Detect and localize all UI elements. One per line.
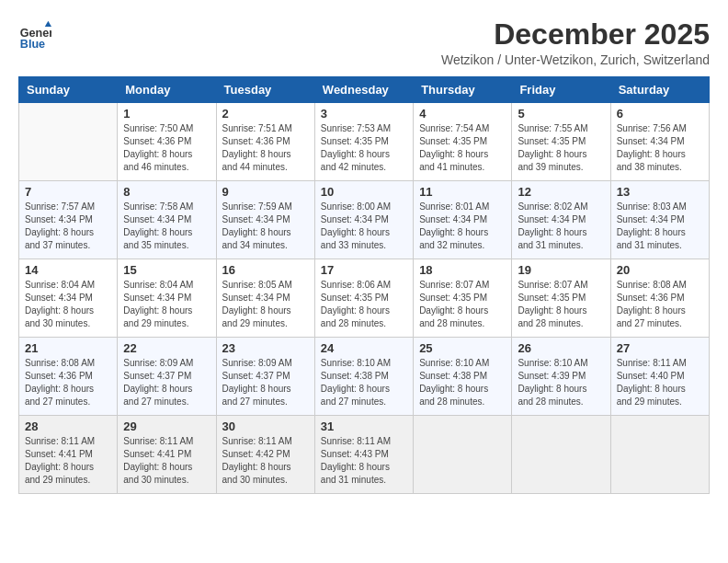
calendar-cell: 2Sunrise: 7:51 AM Sunset: 4:36 PM Daylig… <box>216 103 314 181</box>
day-number: 11 <box>419 185 506 199</box>
day-number: 19 <box>518 263 604 277</box>
cell-content: Sunrise: 7:51 AM Sunset: 4:36 PM Dayligh… <box>222 122 309 174</box>
cell-content: Sunrise: 8:10 AM Sunset: 4:39 PM Dayligh… <box>518 357 604 408</box>
cell-content: Sunrise: 8:09 AM Sunset: 4:37 PM Dayligh… <box>123 357 210 408</box>
cell-content: Sunrise: 8:05 AM Sunset: 4:34 PM Dayligh… <box>222 279 309 330</box>
day-number: 2 <box>222 107 309 121</box>
day-number: 30 <box>222 419 309 433</box>
cell-content: Sunrise: 8:10 AM Sunset: 4:38 PM Dayligh… <box>419 357 506 408</box>
calendar-cell: 11Sunrise: 8:01 AM Sunset: 4:34 PM Dayli… <box>414 181 512 259</box>
day-number: 16 <box>222 263 309 277</box>
title-block: December 2025 Wetzikon / Unter-Wetzikon,… <box>441 18 710 67</box>
day-number: 27 <box>617 341 703 355</box>
calendar-cell: 6Sunrise: 7:56 AM Sunset: 4:34 PM Daylig… <box>610 103 709 181</box>
cell-content: Sunrise: 8:08 AM Sunset: 4:36 PM Dayligh… <box>617 279 703 330</box>
day-number: 28 <box>25 419 111 433</box>
calendar-cell: 8Sunrise: 7:58 AM Sunset: 4:34 PM Daylig… <box>118 181 216 259</box>
calendar-cell: 14Sunrise: 8:04 AM Sunset: 4:34 PM Dayli… <box>19 259 118 338</box>
calendar-cell: 20Sunrise: 8:08 AM Sunset: 4:36 PM Dayli… <box>610 259 709 338</box>
calendar-cell: 29Sunrise: 8:11 AM Sunset: 4:41 PM Dayli… <box>118 416 216 494</box>
weekday-header-sunday: Sunday <box>19 77 118 103</box>
cell-content: Sunrise: 8:08 AM Sunset: 4:36 PM Dayligh… <box>25 357 111 408</box>
day-number: 17 <box>321 263 407 277</box>
cell-content: Sunrise: 7:55 AM Sunset: 4:35 PM Dayligh… <box>518 122 604 174</box>
weekday-header-friday: Friday <box>512 77 610 103</box>
calendar-cell: 13Sunrise: 8:03 AM Sunset: 4:34 PM Dayli… <box>610 181 709 259</box>
cell-content: Sunrise: 8:04 AM Sunset: 4:34 PM Dayligh… <box>123 279 210 330</box>
cell-content: Sunrise: 7:59 AM Sunset: 4:34 PM Dayligh… <box>222 201 309 252</box>
calendar-cell: 31Sunrise: 8:11 AM Sunset: 4:43 PM Dayli… <box>314 416 413 494</box>
cell-content: Sunrise: 7:56 AM Sunset: 4:34 PM Dayligh… <box>617 122 703 174</box>
calendar-cell: 22Sunrise: 8:09 AM Sunset: 4:37 PM Dayli… <box>118 338 216 416</box>
calendar-week-row: 14Sunrise: 8:04 AM Sunset: 4:34 PM Dayli… <box>19 259 710 338</box>
calendar-cell <box>414 416 512 494</box>
month-title: December 2025 <box>441 18 710 51</box>
day-number: 7 <box>25 185 111 199</box>
cell-content: Sunrise: 8:03 AM Sunset: 4:34 PM Dayligh… <box>617 201 703 252</box>
calendar-cell: 5Sunrise: 7:55 AM Sunset: 4:35 PM Daylig… <box>512 103 610 181</box>
day-number: 15 <box>123 263 210 277</box>
cell-content: Sunrise: 7:53 AM Sunset: 4:35 PM Dayligh… <box>321 122 407 174</box>
calendar-cell <box>610 416 709 494</box>
cell-content: Sunrise: 8:09 AM Sunset: 4:37 PM Dayligh… <box>222 357 309 408</box>
calendar-week-row: 21Sunrise: 8:08 AM Sunset: 4:36 PM Dayli… <box>19 338 710 416</box>
calendar-cell: 19Sunrise: 8:07 AM Sunset: 4:35 PM Dayli… <box>512 259 610 338</box>
cell-content: Sunrise: 7:54 AM Sunset: 4:35 PM Dayligh… <box>419 122 506 174</box>
day-number: 22 <box>123 341 210 355</box>
calendar-cell: 16Sunrise: 8:05 AM Sunset: 4:34 PM Dayli… <box>216 259 314 338</box>
calendar-cell: 27Sunrise: 8:11 AM Sunset: 4:40 PM Dayli… <box>610 338 709 416</box>
day-number: 14 <box>25 263 111 277</box>
weekday-header-wednesday: Wednesday <box>314 77 413 103</box>
day-number: 21 <box>25 341 111 355</box>
cell-content: Sunrise: 8:01 AM Sunset: 4:34 PM Dayligh… <box>419 201 506 252</box>
weekday-header-saturday: Saturday <box>610 77 709 103</box>
day-number: 6 <box>617 107 703 121</box>
cell-content: Sunrise: 8:11 AM Sunset: 4:41 PM Dayligh… <box>25 435 111 487</box>
calendar-cell: 28Sunrise: 8:11 AM Sunset: 4:41 PM Dayli… <box>19 416 118 494</box>
calendar-week-row: 7Sunrise: 7:57 AM Sunset: 4:34 PM Daylig… <box>19 181 710 259</box>
cell-content: Sunrise: 8:11 AM Sunset: 4:40 PM Dayligh… <box>617 357 703 408</box>
cell-content: Sunrise: 8:10 AM Sunset: 4:38 PM Dayligh… <box>321 357 407 408</box>
calendar-cell: 21Sunrise: 8:08 AM Sunset: 4:36 PM Dayli… <box>19 338 118 416</box>
calendar-cell: 10Sunrise: 8:00 AM Sunset: 4:34 PM Dayli… <box>314 181 413 259</box>
calendar-cell: 4Sunrise: 7:54 AM Sunset: 4:35 PM Daylig… <box>414 103 512 181</box>
calendar-week-row: 28Sunrise: 8:11 AM Sunset: 4:41 PM Dayli… <box>19 416 710 494</box>
calendar-cell: 30Sunrise: 8:11 AM Sunset: 4:42 PM Dayli… <box>216 416 314 494</box>
day-number: 8 <box>123 185 210 199</box>
weekday-header-monday: Monday <box>118 77 216 103</box>
cell-content: Sunrise: 8:04 AM Sunset: 4:34 PM Dayligh… <box>25 279 111 330</box>
calendar-cell: 3Sunrise: 7:53 AM Sunset: 4:35 PM Daylig… <box>314 103 413 181</box>
day-number: 3 <box>321 107 407 121</box>
day-number: 20 <box>617 263 703 277</box>
cell-content: Sunrise: 8:06 AM Sunset: 4:35 PM Dayligh… <box>321 279 407 330</box>
cell-content: Sunrise: 8:02 AM Sunset: 4:34 PM Dayligh… <box>518 201 604 252</box>
cell-content: Sunrise: 7:58 AM Sunset: 4:34 PM Dayligh… <box>123 201 210 252</box>
calendar-cell <box>19 103 118 181</box>
day-number: 29 <box>123 419 210 433</box>
day-number: 24 <box>321 341 407 355</box>
cell-content: Sunrise: 8:11 AM Sunset: 4:43 PM Dayligh… <box>321 435 407 487</box>
location: Wetzikon / Unter-Wetzikon, Zurich, Switz… <box>441 52 710 67</box>
day-number: 10 <box>321 185 407 199</box>
logo: General Blue <box>18 18 55 52</box>
calendar-cell: 9Sunrise: 7:59 AM Sunset: 4:34 PM Daylig… <box>216 181 314 259</box>
day-number: 4 <box>419 107 506 121</box>
day-number: 12 <box>518 185 604 199</box>
cell-content: Sunrise: 7:57 AM Sunset: 4:34 PM Dayligh… <box>25 201 111 252</box>
day-number: 5 <box>518 107 604 121</box>
day-number: 13 <box>617 185 703 199</box>
cell-content: Sunrise: 8:07 AM Sunset: 4:35 PM Dayligh… <box>518 279 604 330</box>
svg-marker-2 <box>45 21 51 27</box>
cell-content: Sunrise: 8:11 AM Sunset: 4:42 PM Dayligh… <box>222 435 309 487</box>
calendar-cell: 12Sunrise: 8:02 AM Sunset: 4:34 PM Dayli… <box>512 181 610 259</box>
day-number: 25 <box>419 341 506 355</box>
cell-content: Sunrise: 7:50 AM Sunset: 4:36 PM Dayligh… <box>123 122 210 174</box>
cell-content: Sunrise: 8:11 AM Sunset: 4:41 PM Dayligh… <box>123 435 210 487</box>
day-number: 26 <box>518 341 604 355</box>
day-number: 18 <box>419 263 506 277</box>
day-number: 1 <box>123 107 210 121</box>
calendar-cell: 24Sunrise: 8:10 AM Sunset: 4:38 PM Dayli… <box>314 338 413 416</box>
logo-icon: General Blue <box>18 18 51 52</box>
calendar-cell: 26Sunrise: 8:10 AM Sunset: 4:39 PM Dayli… <box>512 338 610 416</box>
weekday-header-row: SundayMondayTuesdayWednesdayThursdayFrid… <box>19 77 710 103</box>
